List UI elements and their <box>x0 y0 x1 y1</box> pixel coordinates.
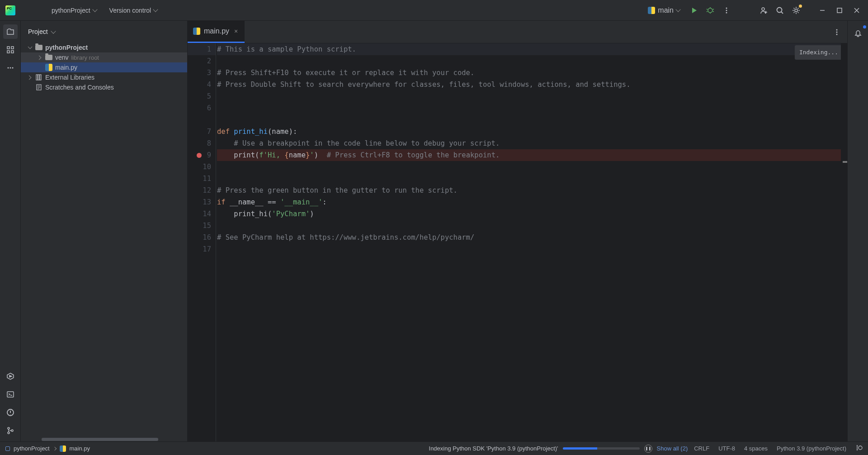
indent-widget[interactable]: 4 spaces <box>744 445 768 452</box>
encoding-widget[interactable]: UTF-8 <box>718 445 735 452</box>
line-separator-widget[interactable]: CRLF <box>694 445 709 452</box>
chevron-down-icon <box>153 7 158 12</box>
main-menu-button[interactable] <box>24 4 38 17</box>
breadcrumb-project[interactable]: pythonProject <box>14 445 50 452</box>
services-tool-button[interactable] <box>3 369 18 384</box>
close-tab-button[interactable]: × <box>233 28 239 34</box>
svg-rect-21 <box>36 75 38 80</box>
project-dropdown[interactable]: pythonProject <box>47 5 101 16</box>
breadcrumb[interactable]: pythonProject main.py <box>5 445 90 452</box>
python-icon <box>193 28 200 35</box>
svg-point-14 <box>12 67 13 69</box>
run-configuration-dropdown[interactable]: main <box>643 5 684 16</box>
project-tool-button[interactable] <box>3 24 18 39</box>
tree-main-file[interactable]: main.py <box>21 62 187 72</box>
code-content[interactable]: # This is a sample Python script. # Pres… <box>216 43 841 441</box>
tab-options-button[interactable] <box>830 25 844 39</box>
svg-point-20 <box>11 430 13 431</box>
chevron-down-icon <box>675 7 680 12</box>
indexing-progress-bar <box>563 447 640 450</box>
status-bar: pythonProject main.py Indexing Python SD… <box>0 441 868 455</box>
svg-point-19 <box>8 432 9 434</box>
project-panel-header: Project <box>21 21 187 43</box>
structure-tool-button[interactable] <box>3 43 18 57</box>
expand-icon[interactable] <box>37 55 42 60</box>
tree-file-label: main.py <box>55 64 77 71</box>
left-toolbar <box>0 21 21 441</box>
svg-rect-11 <box>11 51 14 53</box>
problems-tool-button[interactable] <box>3 405 18 420</box>
library-root-label: library root <box>71 54 99 61</box>
pause-indexing-button[interactable]: ❚❚ <box>644 445 652 453</box>
settings-button[interactable] <box>789 4 803 17</box>
chevron-down-icon <box>92 7 97 12</box>
svg-rect-9 <box>11 47 14 49</box>
editor-tab-main[interactable]: main.py × <box>188 21 245 43</box>
more-tools-button[interactable] <box>3 61 18 75</box>
close-button[interactable] <box>849 4 864 17</box>
search-button[interactable] <box>773 4 787 17</box>
run-button[interactable] <box>687 4 701 17</box>
python-icon <box>648 7 655 14</box>
svg-rect-23 <box>40 75 41 80</box>
svg-point-4 <box>762 8 764 10</box>
tree-scratches[interactable]: Scratches and Consoles <box>21 82 187 92</box>
titlebar: pythonProject Version control main <box>0 0 868 21</box>
svg-rect-10 <box>7 51 9 53</box>
svg-point-1 <box>726 7 727 9</box>
git-tool-button[interactable] <box>3 423 18 438</box>
breakpoint-icon[interactable] <box>197 153 202 158</box>
svg-point-18 <box>8 427 9 429</box>
python-icon <box>60 446 66 452</box>
svg-point-2 <box>726 9 727 11</box>
show-all-tasks-link[interactable]: Show all (2) <box>657 445 688 452</box>
svg-point-26 <box>836 31 838 33</box>
folder-icon <box>45 55 52 60</box>
minimize-button[interactable] <box>815 4 830 17</box>
scrollbar-thumb[interactable] <box>42 438 158 441</box>
app-icon <box>5 5 15 15</box>
svg-rect-8 <box>7 47 9 49</box>
collapse-icon[interactable] <box>27 45 33 50</box>
svg-point-28 <box>859 446 862 450</box>
library-icon <box>35 74 42 81</box>
svg-rect-22 <box>38 75 39 80</box>
vcs-dropdown[interactable]: Version control <box>105 5 162 16</box>
debug-button[interactable] <box>703 4 717 17</box>
tree-external-libraries[interactable]: External Libraries <box>21 72 187 82</box>
svg-point-3 <box>726 12 727 13</box>
horizontal-scrollbar[interactable] <box>21 437 187 441</box>
chevron-down-icon[interactable] <box>51 28 56 33</box>
code-with-me-button[interactable] <box>757 4 770 17</box>
tree-root-project[interactable]: pythonProject <box>21 43 187 52</box>
breadcrumb-file[interactable]: main.py <box>70 445 90 452</box>
reader-mode-button[interactable] <box>855 444 863 453</box>
indexing-status-text: Indexing Python SDK 'Python 3.9 (pythonP… <box>429 445 558 452</box>
more-actions-button[interactable] <box>720 4 733 17</box>
run-config-label: main <box>658 6 674 14</box>
chevron-right-icon <box>52 446 56 450</box>
svg-point-12 <box>7 67 9 69</box>
notifications-button[interactable] <box>851 26 865 41</box>
editor-area: main.py × Indexing... 1 2 3 4 5 6 7 8 <box>188 21 847 441</box>
interpreter-widget[interactable]: Python 3.9 (pythonProject) <box>777 445 846 452</box>
svg-point-13 <box>9 67 11 69</box>
project-name-label: pythonProject <box>52 7 90 14</box>
project-tree: pythonProject venv library root main.py … <box>21 43 187 437</box>
svg-point-25 <box>836 29 838 30</box>
tree-root-label: pythonProject <box>45 44 88 51</box>
svg-point-0 <box>708 8 712 13</box>
svg-rect-7 <box>837 8 842 13</box>
line-number-gutter[interactable]: 1 2 3 4 5 6 7 8 9 10 11 12 13 14 15 16 1… <box>188 43 216 441</box>
maximize-button[interactable] <box>832 4 847 17</box>
svg-point-27 <box>836 33 838 35</box>
python-icon <box>45 64 52 71</box>
code-editor[interactable]: Indexing... 1 2 3 4 5 6 7 8 9 10 11 12 1… <box>188 43 847 441</box>
project-panel-title: Project <box>28 28 48 35</box>
error-stripe[interactable] <box>841 43 847 441</box>
terminal-tool-button[interactable] <box>3 387 18 402</box>
project-panel: Project pythonProject venv library root … <box>21 21 188 441</box>
expand-icon[interactable] <box>27 75 33 80</box>
tree-venv-folder[interactable]: venv library root <box>21 52 187 62</box>
tree-scratches-label: Scratches and Consoles <box>45 84 114 91</box>
